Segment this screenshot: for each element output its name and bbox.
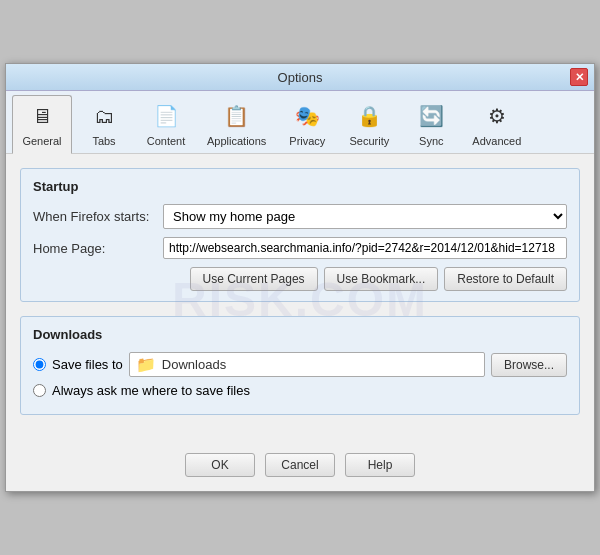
- downloads-section: Downloads Save files to 📁 Downloads Brow…: [20, 316, 580, 415]
- title-bar: Options ✕: [6, 64, 594, 91]
- ok-button[interactable]: OK: [185, 453, 255, 477]
- downloads-title: Downloads: [33, 327, 567, 342]
- always-ask-radio[interactable]: [33, 384, 46, 397]
- startup-when-row: When Firefox starts: Show my home page: [33, 204, 567, 229]
- tab-bar: 🖥 General 🗂 Tabs 📄 Content 📋 Application…: [6, 91, 594, 154]
- cancel-button[interactable]: Cancel: [265, 453, 335, 477]
- main-content: Startup When Firefox starts: Show my hom…: [6, 154, 594, 443]
- homepage-control: [163, 237, 567, 259]
- save-files-row: Save files to 📁 Downloads Browse...: [33, 352, 567, 377]
- close-button[interactable]: ✕: [570, 68, 588, 86]
- startup-title: Startup: [33, 179, 567, 194]
- restore-default-button[interactable]: Restore to Default: [444, 267, 567, 291]
- startup-section: Startup When Firefox starts: Show my hom…: [20, 168, 580, 302]
- tab-sync[interactable]: 🔄 Sync: [401, 95, 461, 153]
- homepage-row: Home Page:: [33, 237, 567, 259]
- homepage-label: Home Page:: [33, 241, 163, 256]
- startup-buttons: Use Current Pages Use Bookmark... Restor…: [33, 267, 567, 291]
- tab-tabs[interactable]: 🗂 Tabs: [74, 95, 134, 153]
- advanced-icon: ⚙: [481, 100, 513, 132]
- startup-when-control: Show my home page: [163, 204, 567, 229]
- help-button[interactable]: Help: [345, 453, 415, 477]
- privacy-icon: 🎭: [291, 100, 323, 132]
- startup-when-select[interactable]: Show my home page: [163, 204, 567, 229]
- homepage-input[interactable]: [163, 237, 567, 259]
- downloads-path-display: 📁 Downloads: [129, 352, 485, 377]
- save-files-radio[interactable]: [33, 358, 46, 371]
- sync-icon: 🔄: [415, 100, 447, 132]
- content-icon: 📄: [150, 100, 182, 132]
- downloads-field: 📁 Downloads Browse...: [129, 352, 567, 377]
- tab-applications[interactable]: 📋 Applications: [198, 95, 275, 153]
- always-ask-label: Always ask me where to save files: [52, 383, 250, 398]
- tab-advanced[interactable]: ⚙ Advanced: [463, 95, 530, 153]
- options-window: Options ✕ 🖥 General 🗂 Tabs 📄 Content 📋 A…: [5, 63, 595, 492]
- tab-privacy[interactable]: 🎭 Privacy: [277, 95, 337, 153]
- applications-icon: 📋: [221, 100, 253, 132]
- use-current-pages-button[interactable]: Use Current Pages: [190, 267, 318, 291]
- tab-content[interactable]: 📄 Content: [136, 95, 196, 153]
- always-ask-row: Always ask me where to save files: [33, 383, 567, 398]
- browse-button[interactable]: Browse...: [491, 353, 567, 377]
- tabs-icon: 🗂: [88, 100, 120, 132]
- use-bookmark-button[interactable]: Use Bookmark...: [324, 267, 439, 291]
- tab-general[interactable]: 🖥 General: [12, 95, 72, 154]
- window-title: Options: [30, 70, 570, 85]
- tab-security[interactable]: 🔒 Security: [339, 95, 399, 153]
- footer: OK Cancel Help: [6, 443, 594, 491]
- downloads-path-text: Downloads: [162, 357, 226, 372]
- startup-when-label: When Firefox starts:: [33, 209, 163, 224]
- content-area: RISK.COM Startup When Firefox starts: Sh…: [6, 154, 594, 443]
- general-icon: 🖥: [26, 100, 58, 132]
- folder-icon: 📁: [136, 355, 156, 374]
- security-icon: 🔒: [353, 100, 385, 132]
- save-files-label: Save files to: [52, 357, 123, 372]
